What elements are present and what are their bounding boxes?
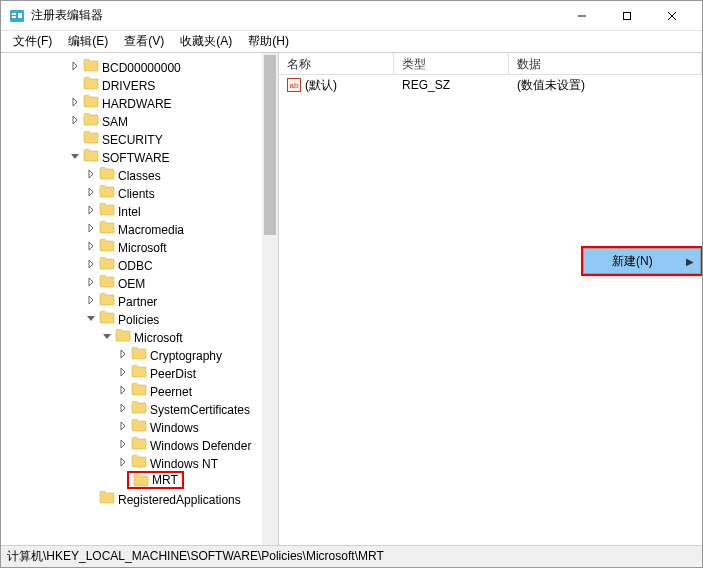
folder-icon xyxy=(83,148,99,162)
tree-item[interactable]: Intel xyxy=(1,201,278,219)
expand-icon[interactable] xyxy=(85,168,97,180)
folder-icon xyxy=(131,436,147,450)
no-expander xyxy=(69,78,81,90)
tree-item[interactable]: OEM xyxy=(1,273,278,291)
folder-icon xyxy=(115,328,131,342)
tree-item[interactable]: PeerDist xyxy=(1,363,278,381)
tree-item[interactable]: Policies xyxy=(1,309,278,327)
tree-item[interactable]: DRIVERS xyxy=(1,75,278,93)
tree-item[interactable]: Windows Defender xyxy=(1,435,278,453)
value-name: (默认) xyxy=(305,77,337,94)
tree-item-label: BCD00000000 xyxy=(102,61,181,75)
tree-item[interactable]: Peernet xyxy=(1,381,278,399)
expand-icon[interactable] xyxy=(85,186,97,198)
list-body[interactable]: ab (默认) REG_SZ (数值未设置) xyxy=(279,75,702,95)
collapse-icon[interactable] xyxy=(69,150,81,162)
expand-icon[interactable] xyxy=(85,240,97,252)
menu-file[interactable]: 文件(F) xyxy=(5,31,60,52)
tree-item[interactable]: Clients xyxy=(1,183,278,201)
tree-item[interactable]: Cryptography xyxy=(1,345,278,363)
tree-item-label: SystemCertificates xyxy=(150,403,250,417)
folder-icon xyxy=(133,473,149,487)
expand-icon[interactable] xyxy=(69,114,81,126)
collapse-icon[interactable] xyxy=(101,330,113,342)
tree-pane: BCD00000000DRIVERSHARDWARESAMSECURITYSOF… xyxy=(1,53,279,545)
registry-tree[interactable]: BCD00000000DRIVERSHARDWARESAMSECURITYSOF… xyxy=(1,57,278,507)
ctx-new[interactable]: 新建(N) ▶ xyxy=(584,249,700,273)
tree-item-label: ODBC xyxy=(118,259,153,273)
expand-icon[interactable] xyxy=(117,456,129,468)
folder-icon xyxy=(99,184,115,198)
col-header-type[interactable]: 类型 xyxy=(394,53,509,74)
menu-favorites[interactable]: 收藏夹(A) xyxy=(172,31,240,52)
tree-item-label: SAM xyxy=(102,115,128,129)
expand-icon[interactable] xyxy=(117,438,129,450)
tree-item[interactable]: HARDWARE xyxy=(1,93,278,111)
tree-item[interactable]: Partner xyxy=(1,291,278,309)
expand-icon[interactable] xyxy=(85,276,97,288)
col-header-data[interactable]: 数据 xyxy=(509,53,702,74)
tree-item[interactable]: Windows NT xyxy=(1,453,278,471)
value-data: (数值未设置) xyxy=(509,77,702,94)
folder-icon xyxy=(83,130,99,144)
folder-icon xyxy=(99,274,115,288)
minimize-button[interactable] xyxy=(559,2,604,30)
collapse-icon[interactable] xyxy=(85,312,97,324)
expand-icon[interactable] xyxy=(117,402,129,414)
folder-icon xyxy=(131,382,147,396)
titlebar: 注册表编辑器 xyxy=(1,1,702,31)
list-row[interactable]: ab (默认) REG_SZ (数值未设置) xyxy=(279,75,702,95)
list-header: 名称 类型 数据 xyxy=(279,53,702,75)
tree-item[interactable]: MRT xyxy=(1,471,278,489)
svg-rect-2 xyxy=(12,16,16,18)
expand-icon[interactable] xyxy=(85,222,97,234)
tree-item[interactable]: Windows xyxy=(1,417,278,435)
expand-icon[interactable] xyxy=(85,294,97,306)
folder-icon xyxy=(131,418,147,432)
tree-item-label: Microsoft xyxy=(118,241,167,255)
tree-item[interactable]: Classes xyxy=(1,165,278,183)
tree-item-label: Classes xyxy=(118,169,161,183)
expand-icon[interactable] xyxy=(85,204,97,216)
tree-scrollbar[interactable] xyxy=(262,53,278,545)
tree-item-label: Windows xyxy=(150,421,199,435)
expand-icon[interactable] xyxy=(117,384,129,396)
no-expander xyxy=(85,492,97,504)
expand-icon[interactable] xyxy=(117,420,129,432)
tree-item-label: OEM xyxy=(118,277,145,291)
context-menu-primary: 新建(N) ▶ xyxy=(583,248,701,274)
tree-item[interactable]: RegisteredApplications xyxy=(1,489,278,507)
tree-item[interactable]: SOFTWARE xyxy=(1,147,278,165)
expand-icon[interactable] xyxy=(117,366,129,378)
tree-item-label: Windows NT xyxy=(150,457,218,471)
menu-help[interactable]: 帮助(H) xyxy=(240,31,297,52)
value-type: REG_SZ xyxy=(394,78,509,92)
tree-item[interactable]: Microsoft xyxy=(1,237,278,255)
value-name-cell: ab (默认) xyxy=(279,77,394,94)
tree-item[interactable]: Macromedia xyxy=(1,219,278,237)
expand-icon[interactable] xyxy=(85,258,97,270)
expand-icon[interactable] xyxy=(69,60,81,72)
tree-item[interactable]: BCD00000000 xyxy=(1,57,278,75)
tree-item[interactable]: Microsoft xyxy=(1,327,278,345)
col-header-name[interactable]: 名称 xyxy=(279,53,394,74)
tree-item[interactable]: SystemCertificates xyxy=(1,399,278,417)
watermark: 系统之家 xitongzhijia.net xyxy=(572,466,692,539)
scrollbar-thumb[interactable] xyxy=(264,55,276,235)
menu-view[interactable]: 查看(V) xyxy=(116,31,172,52)
tree-item-label: Partner xyxy=(118,295,157,309)
ctx-new-label: 新建(N) xyxy=(612,253,653,270)
tree-item[interactable]: SECURITY xyxy=(1,129,278,147)
expand-icon[interactable] xyxy=(69,96,81,108)
tree-item[interactable]: ODBC xyxy=(1,255,278,273)
close-button[interactable] xyxy=(649,2,694,30)
tree-item-label: MRT xyxy=(152,473,178,487)
tree-item[interactable]: SAM xyxy=(1,111,278,129)
folder-icon xyxy=(99,292,115,306)
expand-icon[interactable] xyxy=(117,348,129,360)
no-expander xyxy=(69,132,81,144)
folder-icon xyxy=(131,346,147,360)
maximize-button[interactable] xyxy=(604,2,649,30)
tree-item-label: Macromedia xyxy=(118,223,184,237)
menu-edit[interactable]: 编辑(E) xyxy=(60,31,116,52)
